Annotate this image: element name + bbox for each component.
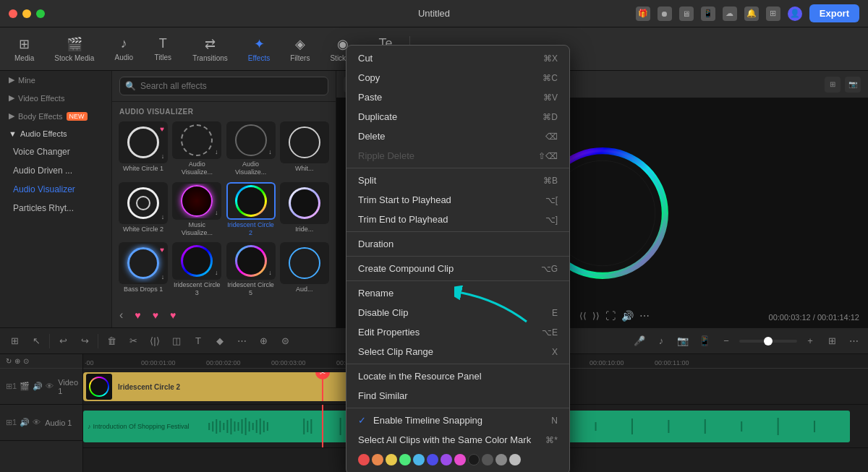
ctx-find-similar[interactable]: Find Similar [346, 386, 569, 406]
effect-iride-short[interactable]: Iride... [279, 182, 330, 240]
ctx-edit-properties[interactable]: Edit Properties ⌥E [346, 322, 569, 342]
color-mark-pink[interactable] [454, 454, 466, 465]
tool-filters[interactable]: ◈ Filters [281, 32, 318, 66]
sidebar-item-particles[interactable]: Particles Rhyt... [0, 199, 111, 218]
effect-aud-short[interactable]: Aud... [279, 242, 330, 300]
sidebar-item-audio-visualizer[interactable]: Audio Visualizer [0, 180, 111, 199]
tool-titles[interactable]: T Titles [145, 32, 181, 66]
ctx-select-range[interactable]: Select Clip Range X [346, 342, 569, 361]
grid-icon[interactable]: ⊞ [766, 7, 780, 21]
ctx-trim-start[interactable]: Trim Start to Playhead ⌥[ [346, 190, 569, 210]
tl-keyframe-btn[interactable]: ◆ [211, 332, 229, 350]
ctx-locate-resource[interactable]: Locate in the Resource Panel [346, 366, 569, 386]
fullscreen-icon[interactable]: ⛶ [605, 310, 616, 322]
more-icon[interactable]: ⋯ [639, 310, 650, 322]
close-button[interactable] [9, 9, 17, 18]
ctx-compound[interactable]: Create Compound Clip ⌥G [346, 259, 569, 278]
mobile-icon[interactable]: 📱 [701, 7, 715, 21]
tl-delete-btn[interactable]: 🗑 [103, 332, 120, 350]
tl-zoom-btn[interactable]: ⊜ [276, 332, 294, 350]
tool-effects[interactable]: ✦ Effects [239, 32, 278, 66]
tl-trim-btn[interactable]: ◫ [168, 332, 185, 350]
track-eye-icon[interactable]: 👁 [46, 382, 54, 391]
effect-iridescent-3[interactable]: ↓ Iridescent Circle 3 [171, 242, 222, 300]
effect-iridescent-5[interactable]: ↓ Iridescent Circle 5 [226, 242, 276, 300]
color-mark-green[interactable] [399, 454, 411, 465]
tl-cursor-btn[interactable]: ↖ [27, 332, 45, 350]
tool-media[interactable]: ⊞ Media [6, 32, 43, 66]
tl-phone-btn[interactable]: 📱 [696, 332, 713, 350]
snap-icon[interactable]: ⊕ [14, 357, 20, 365]
effect-bass-drops-1[interactable]: ♥ ↓ Bass Drops 1 [118, 242, 169, 300]
screenshot-icon[interactable]: 📷 [845, 77, 861, 93]
ctx-disable-clip[interactable]: Disable Clip E [346, 303, 569, 322]
effect-iridescent-circle-2[interactable]: Iridescent Circle 2 [226, 182, 276, 240]
color-mark-yellow[interactable] [386, 454, 397, 465]
color-mark-purple[interactable] [441, 454, 452, 465]
minimize-button[interactable] [22, 9, 31, 18]
collapse-icon[interactable]: ‹ [119, 309, 123, 322]
effect-audio-vis-3[interactable]: ↓ Audio Visualize... [226, 121, 276, 179]
tl-camera-btn[interactable]: 📷 [674, 332, 692, 350]
cloud-icon[interactable]: ☁ [723, 7, 737, 21]
color-mark-blue[interactable] [413, 454, 425, 465]
effect-white-short[interactable]: Whit... [279, 121, 330, 179]
tool-stock[interactable]: 🎬 Stock Media [46, 32, 103, 66]
sidebar-item-voice-changer[interactable]: Voice Changer [0, 142, 111, 161]
color-mark-orange[interactable] [372, 454, 383, 465]
tl-redo-btn[interactable]: ↪ [76, 332, 93, 350]
record-icon[interactable]: ⏺ [658, 7, 672, 21]
tl-text-btn[interactable]: T [190, 332, 207, 350]
ctx-delete[interactable]: Delete ⌫ [346, 126, 569, 146]
effect-audio-vis-2[interactable]: ↓ Audio Visualize... [171, 121, 222, 179]
ctx-duration[interactable]: Duration [346, 234, 569, 254]
tl-zoom-slider[interactable] [739, 340, 797, 343]
speaker-icon[interactable]: 🔊 [621, 310, 634, 322]
bell-icon[interactable]: 🔔 [744, 7, 759, 21]
sidebar-item-video-effects[interactable]: ▶ Video Effects [0, 89, 111, 107]
tl-zoom-in-btn[interactable]: + [801, 332, 819, 350]
ctx-paste[interactable]: Paste ⌘V [346, 87, 569, 107]
color-mark-black[interactable] [468, 454, 480, 465]
sidebar-item-mine[interactable]: ▶ Mine [0, 71, 111, 89]
tl-marker-btn[interactable]: ⊕ [255, 332, 272, 350]
tl-audio-btn[interactable]: ♪ [652, 332, 670, 350]
track-audio-eye[interactable]: 👁 [33, 418, 41, 427]
mark-icon[interactable]: ⊙ [23, 357, 29, 365]
gift-icon[interactable]: 🎁 [636, 7, 650, 21]
color-mark-gray[interactable] [495, 454, 507, 465]
ctx-split[interactable]: Split ⌘B [346, 171, 569, 190]
ctx-enable-snapping[interactable]: ✓ Enable Timeline Snapping N [346, 411, 569, 430]
maximize-button[interactable] [36, 9, 45, 18]
desktop-icon[interactable]: 🖥 [679, 7, 694, 21]
tl-zoom-out-btn[interactable]: − [718, 332, 735, 350]
ctx-trim-end[interactable]: Trim End to Playhead ⌥] [346, 210, 569, 229]
ctx-rename[interactable]: Rename [346, 283, 569, 303]
loop-icon[interactable]: ↻ [6, 357, 12, 365]
export-button[interactable]: Export [809, 4, 859, 22]
effect-white-circle-2[interactable]: ↓ White Circle 2 [118, 182, 169, 240]
tl-magnet-btn[interactable]: ⊞ [6, 332, 23, 350]
tl-mic-btn[interactable]: 🎤 [631, 332, 648, 350]
avatar[interactable]: 👤 [788, 7, 802, 21]
tl-grid-view-btn[interactable]: ⊞ [823, 332, 841, 350]
tool-transitions[interactable]: ⇄ Transitions [184, 32, 237, 66]
prev-frame[interactable]: ⟨⟨ [579, 311, 587, 321]
effect-white-circle-1[interactable]: ♥ ↓ White Circle 1 [118, 121, 169, 179]
sidebar-item-body-effects[interactable]: ▶ Body Effects NEW [0, 107, 111, 125]
color-mark-lightgray[interactable] [509, 454, 521, 465]
sidebar-item-audio-effects[interactable]: ▼ Audio Effects [0, 125, 111, 142]
sidebar-item-audio-driven[interactable]: Audio Driven ... [0, 161, 111, 180]
ctx-cut[interactable]: Cut ⌘X [346, 48, 569, 68]
color-mark-indigo[interactable] [427, 454, 438, 465]
grid-view-icon[interactable]: ⊞ [825, 77, 841, 93]
tl-more2-btn[interactable]: ⋯ [845, 332, 862, 350]
tool-audio[interactable]: ♪ Audio [106, 32, 142, 66]
color-mark-red[interactable] [358, 454, 370, 465]
effect-music-vis[interactable]: ↓ Music Visualize... [171, 182, 222, 240]
tl-undo-btn[interactable]: ↩ [54, 332, 72, 350]
next-frame[interactable]: ⟩⟩ [592, 311, 600, 321]
ctx-same-color[interactable]: Select All Clips with the Same Color Mar… [346, 430, 569, 450]
tl-more-btn[interactable]: ⋯ [233, 332, 250, 350]
color-mark-darkgray[interactable] [482, 454, 493, 465]
